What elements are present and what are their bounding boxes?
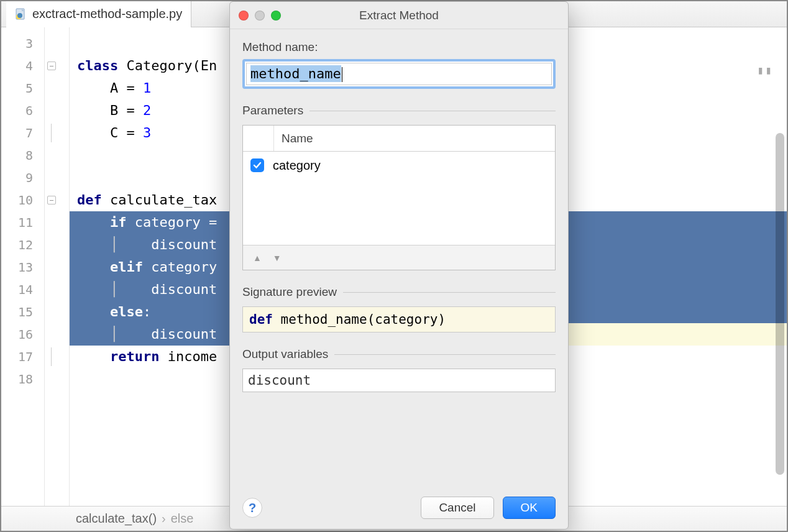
parameters-label: Parameters [242, 104, 303, 117]
dialog-titlebar: Extract Method [230, 2, 568, 29]
dialog-title: Extract Method [359, 9, 439, 22]
parameters-table: Name category ▲ ▼ [242, 125, 556, 270]
pause-icon[interactable]: ▮▮ [757, 63, 773, 76]
move-up-icon[interactable]: ▲ [253, 253, 262, 263]
parameter-name: category [273, 158, 321, 173]
ok-button[interactable]: OK [503, 497, 556, 519]
minimize-window-icon [255, 11, 265, 21]
editor-window: exctract-method-sample.py 3 4 5 6 7 8 9 … [0, 0, 788, 532]
method-name-label: Method name: [242, 40, 556, 54]
line-number: 9 [1, 167, 33, 189]
file-tab-label: exctract-method-sample.py [32, 7, 182, 21]
breadcrumb-item[interactable]: else [171, 511, 194, 526]
help-button[interactable]: ? [242, 498, 262, 518]
svg-point-2 [17, 13, 22, 18]
line-number: 5 [1, 77, 33, 99]
scrollbar-thumb[interactable] [776, 133, 784, 475]
divider [343, 292, 556, 293]
line-number: 17 [1, 346, 33, 368]
code-keyword: class [77, 58, 118, 73]
line-number: 10 [1, 189, 33, 211]
line-number: 13 [1, 256, 33, 278]
divider [309, 111, 556, 111]
output-variables-label: Output variables [242, 347, 328, 361]
line-number: 15 [1, 301, 33, 323]
extract-method-dialog: Extract Method Method name: method_name … [229, 1, 569, 530]
move-down-icon[interactable]: ▼ [273, 253, 282, 263]
parameter-checkbox[interactable] [250, 158, 264, 172]
cancel-button[interactable]: Cancel [421, 497, 493, 519]
line-number: 8 [1, 144, 33, 167]
signature-preview-label: Signature preview [242, 285, 337, 299]
parameters-header: Name [243, 126, 555, 152]
line-number: 3 [1, 32, 33, 55]
line-number: 7 [1, 122, 33, 144]
fold-toggle-icon[interactable] [47, 196, 56, 204]
chevron-right-icon: › [162, 511, 166, 526]
line-number: 14 [1, 278, 33, 301]
vertical-scrollbar[interactable] [776, 58, 784, 475]
dialog-footer: ? Cancel OK [230, 487, 568, 529]
window-controls [239, 11, 281, 21]
line-number: 4 [1, 55, 33, 77]
line-number: 18 [1, 368, 33, 390]
line-number: 16 [1, 323, 33, 346]
fold-toggle-icon[interactable] [47, 62, 56, 70]
line-number: 11 [1, 211, 33, 234]
parameters-name-header: Name [274, 132, 555, 145]
line-number: 12 [1, 234, 33, 256]
parameters-toolbar: ▲ ▼ [243, 245, 555, 270]
output-variables-box: discount [242, 369, 556, 392]
divider [334, 354, 556, 355]
line-number: 6 [1, 99, 33, 122]
breadcrumb-item[interactable]: calculate_tax() [76, 511, 157, 526]
python-file-icon [15, 8, 27, 21]
line-number-gutter: 3 4 5 6 7 8 9 10 11 12 13 14 15 16 17 18 [1, 27, 45, 506]
zoom-window-icon[interactable] [271, 11, 281, 21]
method-name-input[interactable]: method_name [246, 63, 552, 85]
method-name-input-wrapper: method_name [242, 59, 556, 89]
file-tab[interactable]: exctract-method-sample.py [6, 1, 191, 27]
signature-preview: def method_name(category) [242, 306, 556, 332]
fold-column [45, 27, 70, 506]
close-window-icon[interactable] [239, 11, 249, 21]
parameter-row[interactable]: category [243, 152, 555, 179]
